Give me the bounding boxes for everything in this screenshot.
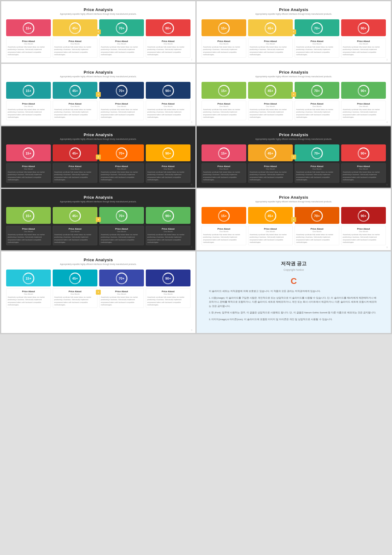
info-card-text-7-3: Assertively syndicate fully tested ideas… (147, 233, 189, 243)
circle-badge-1-3: 90+ (162, 22, 174, 34)
info-card-month-3-2: One Month (101, 105, 142, 107)
color-card-7-3: 90+ (146, 207, 190, 224)
info-card-month-4-3: One Month (343, 105, 384, 107)
info-card-6-0: Price About One Month Assertively syndic… (202, 163, 246, 183)
info-card-5-3: Price About One Month Assertively syndic… (146, 163, 190, 183)
circle-badge-7-1: 45+ (69, 210, 81, 222)
circle-value-7-2: 70+ (119, 214, 125, 218)
info-card-3-3: Price About One Month Assertively syndic… (146, 101, 190, 120)
slide-title-5: Price Analysis (6, 132, 190, 137)
slide-title-6: Price Analysis (202, 132, 386, 137)
info-row-6: Price About One Month Assertively syndic… (202, 163, 386, 183)
slide-2: Price Analysis Appropriately expedite hi… (197, 1, 391, 63)
circle-value-4-2: 70+ (314, 89, 320, 93)
info-row-3: Price About One Month Assertively syndic… (6, 101, 190, 120)
color-card-4-0: 15+ (202, 82, 246, 99)
info-card-text-8-1: Assertively syndicate fully tested ideas… (250, 233, 291, 243)
slide-subtitle-9: Appropriately expedite highly efficient … (6, 263, 190, 265)
circle-value-6-1: 45+ (268, 151, 273, 155)
info-card-title-3-3: Price About (147, 102, 189, 105)
info-card-text-2-3: Assertively syndicate fully tested ideas… (343, 46, 384, 56)
slide-4: Price Analysis Appropriately expedite hi… (197, 64, 391, 125)
color-card-7-2: 70+ (99, 207, 144, 224)
info-card-month-9-0: One Month (8, 293, 49, 295)
circle-badge-2-1: 45+ (265, 22, 276, 34)
info-card-2-3: Price About One Month Assertively syndic… (341, 38, 386, 58)
info-card-text-1-2: Assertively syndicate fully tested ideas… (101, 46, 142, 56)
copyright-para-1: 1. 사용(Usage): 이 슬라이드를 구입한 사람은 개인적으로 또는 상… (209, 296, 379, 308)
slide-9: Price Analysis Appropriately expedite hi… (1, 251, 195, 333)
info-card-title-9-0: Price About (8, 290, 49, 293)
info-card-month-2-2: One Month (296, 43, 338, 45)
info-card-title-3-0: Price About (8, 102, 49, 105)
slide-5: Price Analysis Appropriately expedite hi… (1, 126, 195, 188)
info-card-title-1-2: Price About (101, 40, 142, 43)
info-card-title-1-3: Price About (147, 40, 189, 43)
info-card-7-3: Price About One Month Assertively syndic… (146, 226, 190, 245)
circle-badge-9-1: 45+ (69, 273, 81, 284)
copyright-para-2: 2. 한 (Font): 업무에 사용하는 경우, 이 글꼴은 상업적으로 사용… (209, 311, 379, 315)
circle-badge-9-3: 90+ (162, 273, 174, 284)
circle-value-5-1: 45+ (72, 151, 78, 155)
info-card-text-4-0: Assertively syndicate fully tested ideas… (203, 108, 245, 118)
color-card-8-3: 90+ (341, 207, 386, 224)
slide-number-5: 5 (191, 184, 192, 186)
color-card-8-0: 15+ (202, 207, 246, 224)
info-card-month-4-0: One Month (203, 105, 245, 107)
circle-badge-6-2: 70+ (311, 147, 323, 159)
circle-value-1-1: 45+ (72, 26, 78, 30)
circle-value-1-3: 90+ (165, 26, 171, 30)
circle-value-2-0: 15+ (221, 26, 227, 30)
slide-subtitle-2: Appropriately expedite highly efficient … (202, 13, 386, 15)
color-card-1-0: 15+ (6, 19, 51, 36)
circle-value-5-3: 90+ (165, 151, 171, 155)
slide-number-8: 8 (386, 246, 388, 248)
color-card-6-1: 45+ (248, 144, 293, 161)
info-card-month-4-2: One Month (296, 105, 338, 107)
circle-value-4-3: 90+ (361, 89, 367, 93)
info-card-month-5-3: One Month (147, 168, 189, 170)
color-card-6-0: 15+ (202, 144, 246, 161)
info-card-text-8-2: Assertively syndicate fully tested ideas… (296, 233, 338, 243)
circle-value-3-0: 15+ (26, 89, 32, 93)
info-card-month-2-1: One Month (250, 43, 291, 45)
circle-badge-3-3: 90+ (162, 85, 174, 97)
color-card-7-0: 15+ (6, 207, 51, 224)
color-card-3-0: 15+ (6, 82, 51, 99)
color-card-3-1: 45+ (53, 82, 97, 99)
info-card-title-9-3: Price About (147, 290, 189, 293)
info-card-5-1: Price About One Month Assertively syndic… (53, 163, 97, 183)
zipper-6 (291, 155, 296, 159)
info-card-2-1: Price About One Month Assertively syndic… (248, 38, 293, 58)
slide-3: Price Analysis Appropriately expedite hi… (1, 64, 195, 125)
info-card-text-6-0: Assertively syndicate fully tested ideas… (203, 171, 245, 181)
info-card-month-3-3: One Month (147, 105, 189, 107)
color-card-1-3: 90+ (146, 19, 190, 36)
info-card-text-9-3: Assertively syndicate fully tested ideas… (147, 296, 189, 306)
zipper-2 (291, 29, 296, 34)
info-card-title-7-2: Price About (101, 228, 142, 230)
info-card-3-2: Price About One Month Assertively syndic… (99, 101, 144, 120)
slide-number-6: 6 (386, 184, 388, 186)
circle-value-7-3: 90+ (165, 214, 171, 218)
copyright-title: 저작권 공고 (209, 261, 379, 267)
info-card-5-2: Price About One Month Assertively syndic… (99, 163, 144, 183)
circle-value-9-1: 45+ (72, 277, 78, 280)
circle-value-8-3: 90+ (361, 214, 367, 218)
circle-badge-8-2: 70+ (311, 210, 323, 222)
color-card-1-1: 45+ (53, 19, 97, 36)
info-card-title-2-2: Price About (296, 40, 338, 43)
circle-badge-7-3: 90+ (162, 210, 174, 222)
circle-badge-9-0: 15+ (23, 273, 34, 284)
color-card-4-2: 70+ (295, 82, 339, 99)
info-card-6-2: Price About One Month Assertively syndic… (295, 163, 339, 183)
color-card-8-2: 70+ (295, 207, 339, 224)
circle-badge-2-0: 15+ (218, 22, 230, 34)
circle-value-8-1: 45+ (268, 214, 273, 218)
info-card-4-1: Price About One Month Assertively syndic… (248, 101, 293, 120)
circle-value-9-0: 15+ (26, 277, 32, 280)
info-card-title-2-1: Price About (250, 40, 291, 43)
circle-value-2-1: 45+ (268, 26, 273, 30)
info-card-title-4-3: Price About (343, 102, 384, 105)
info-card-8-0: Price About One Month Assertively syndic… (202, 226, 246, 245)
